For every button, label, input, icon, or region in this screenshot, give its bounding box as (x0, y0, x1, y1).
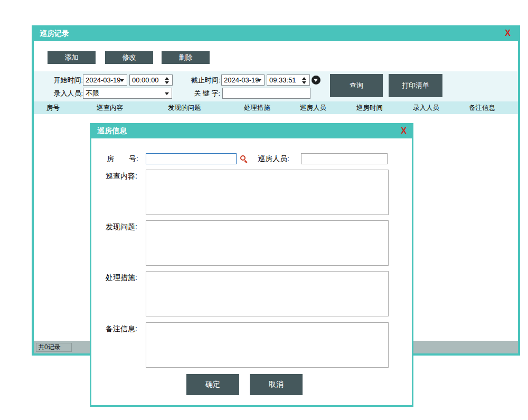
column-header-room: 房号 (46, 104, 60, 112)
chevron-down-icon (257, 79, 261, 82)
room-number-input[interactable] (146, 153, 237, 164)
chevron-down-icon (165, 92, 169, 95)
search-icon[interactable] (240, 155, 248, 163)
remarks-label: 备注信息: (106, 323, 137, 334)
chevron-down-icon (120, 79, 124, 82)
handling-measures-label: 处理措施: (106, 272, 137, 283)
patrol-info-titlebar: 巡房信息 X (91, 123, 412, 138)
column-header-problems: 发现的问题 (168, 104, 201, 112)
start-date-value: 2024-03-19 (86, 76, 121, 84)
add-button[interactable]: 添加 (48, 51, 96, 64)
collapse-filter-icon[interactable] (312, 76, 320, 85)
close-icon[interactable]: X (505, 25, 511, 41)
column-header-measures: 处理措施 (244, 104, 270, 112)
record-count-badge: 共0记录 (36, 343, 72, 352)
problems-found-textarea[interactable] (146, 220, 389, 266)
column-header-inspection: 巡查内容 (97, 104, 123, 112)
start-time-value: 00:00:00 (132, 76, 159, 84)
inspection-content-label: 巡查内容: (106, 171, 137, 182)
inspection-content-textarea[interactable] (146, 170, 389, 215)
ok-button[interactable]: 确定 (186, 374, 239, 395)
end-date-value: 2024-03-19 (224, 76, 259, 84)
start-time-spinner[interactable]: 00:00:00 (129, 74, 173, 86)
operator-value: 不限 (86, 89, 99, 97)
modify-button[interactable]: 修改 (105, 51, 153, 64)
query-button[interactable]: 查询 (330, 74, 383, 97)
start-date-combobox[interactable]: 2024-03-19 (83, 74, 127, 86)
patrol-records-titlebar: 巡房记录 X (34, 25, 518, 41)
dialog-title: 巡房信息 (97, 126, 127, 135)
operator-dropdown[interactable]: 不限 (83, 88, 172, 99)
end-time-value: 09:33:51 (269, 76, 296, 84)
window-title: 巡房记录 (40, 29, 69, 38)
operator-label: 录入人员: (52, 88, 83, 99)
patrol-staff-input[interactable] (301, 153, 388, 164)
filter-panel: 开始时间: 2024-03-19 00:00:00 截止时间: 2024-03-… (34, 71, 518, 101)
room-number-label: 房 号: (107, 153, 138, 164)
patrol-staff-label: 巡房人员: (258, 153, 289, 164)
delete-button[interactable]: 删除 (162, 51, 210, 64)
end-time-label: 截止时间: (188, 74, 220, 86)
records-table-header: 房号 巡查内容 发现的问题 处理措施 巡房人员 巡房时间 录入人员 备注信息 (34, 101, 518, 114)
spinner-arrows-icon[interactable] (165, 77, 169, 85)
handling-measures-textarea[interactable] (146, 271, 389, 316)
spinner-arrows-icon[interactable] (302, 77, 307, 85)
problems-found-label: 发现问题: (106, 221, 137, 232)
column-header-operator: 录入人员 (413, 104, 439, 112)
column-header-patrol-staff: 巡房人员 (300, 104, 326, 112)
column-header-patrol-time: 巡房时间 (356, 104, 383, 112)
close-icon[interactable]: X (401, 123, 407, 138)
end-time-spinner[interactable]: 09:33:51 (267, 74, 310, 86)
keyword-label: 关 键 字: (188, 88, 220, 99)
end-date-combobox[interactable]: 2024-03-19 (221, 74, 265, 86)
print-list-button[interactable]: 打印清单 (389, 74, 442, 97)
column-header-remarks: 备注信息 (469, 104, 495, 112)
patrol-info-dialog: 巡房信息 X 房 号: 巡房人员: 巡查内容: 发现问题: 处理措施: 备注信息… (90, 123, 413, 407)
start-time-label: 开始时间: (52, 74, 83, 86)
cancel-button[interactable]: 取消 (250, 374, 303, 395)
keyword-input[interactable] (222, 88, 310, 99)
remarks-textarea[interactable] (146, 322, 389, 368)
